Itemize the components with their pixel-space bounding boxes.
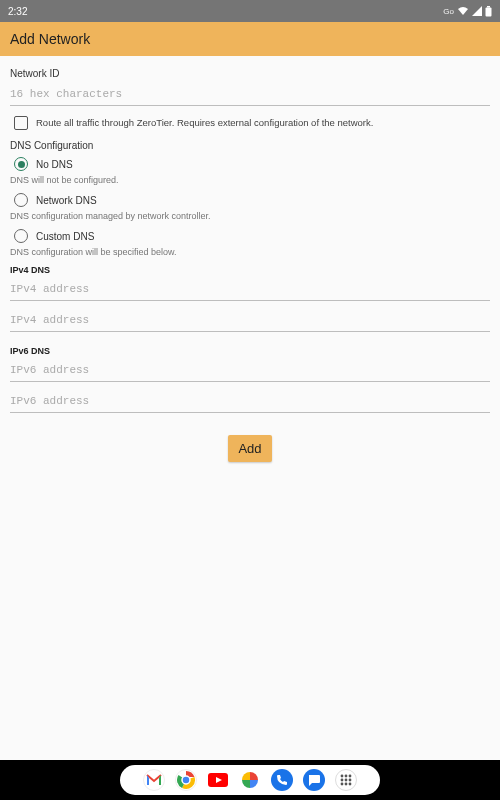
route-all-checkbox-row[interactable]: Route all traffic through ZeroTier. Requ…	[14, 116, 490, 130]
ipv4-input-2[interactable]	[10, 310, 490, 332]
svg-point-6	[341, 775, 344, 778]
dns-config-heading: DNS Configuration	[10, 140, 490, 151]
ipv4-heading: IPv4 DNS	[10, 265, 490, 275]
svg-point-13	[345, 783, 348, 786]
ipv4-input-1[interactable]	[10, 279, 490, 301]
photos-icon[interactable]	[239, 769, 261, 791]
ipv6-input-2[interactable]	[10, 391, 490, 413]
page-title: Add Network	[10, 31, 90, 47]
svg-rect-0	[487, 6, 490, 8]
network-id-input[interactable]	[10, 84, 490, 106]
hint-custom-dns: DNS configuration will be specified belo…	[10, 247, 490, 257]
radio-custom-dns[interactable]: Custom DNS	[14, 229, 490, 243]
svg-rect-1	[486, 7, 492, 16]
radio-icon-unchecked[interactable]	[14, 193, 28, 207]
youtube-icon[interactable]	[207, 769, 229, 791]
radio-custom-dns-label: Custom DNS	[36, 231, 94, 242]
svg-point-7	[345, 775, 348, 778]
battery-icon	[485, 6, 492, 17]
radio-no-dns-label: No DNS	[36, 159, 73, 170]
signal-icon	[472, 6, 482, 16]
radio-icon-checked[interactable]	[14, 157, 28, 171]
add-button-wrap: Add	[10, 435, 490, 462]
wifi-icon	[457, 6, 469, 16]
content: Network ID Route all traffic through Zer…	[0, 56, 500, 462]
dock-pill	[120, 765, 380, 795]
hint-no-dns: DNS will not be configured.	[10, 175, 490, 185]
svg-point-9	[341, 779, 344, 782]
nav-bar	[0, 760, 500, 800]
add-button[interactable]: Add	[228, 435, 271, 462]
hint-network-dns: DNS configuration managed by network con…	[10, 211, 490, 221]
svg-point-10	[345, 779, 348, 782]
status-bar: 2:32 Go	[0, 0, 500, 22]
gmail-icon[interactable]	[143, 769, 165, 791]
phone-icon[interactable]	[271, 769, 293, 791]
network-id-label: Network ID	[10, 68, 490, 79]
route-all-checkbox[interactable]	[14, 116, 28, 130]
app-bar: Add Network	[0, 22, 500, 56]
radio-icon-unchecked[interactable]	[14, 229, 28, 243]
svg-point-14	[349, 783, 352, 786]
svg-point-12	[341, 783, 344, 786]
status-time: 2:32	[8, 6, 27, 17]
ipv6-heading: IPv6 DNS	[10, 346, 490, 356]
ipv6-input-1[interactable]	[10, 360, 490, 382]
chrome-icon[interactable]	[175, 769, 197, 791]
radio-network-dns-label: Network DNS	[36, 195, 97, 206]
radio-no-dns[interactable]: No DNS	[14, 157, 490, 171]
route-all-label: Route all traffic through ZeroTier. Requ…	[36, 117, 373, 128]
svg-point-8	[349, 775, 352, 778]
messages-icon[interactable]	[303, 769, 325, 791]
radio-network-dns[interactable]: Network DNS	[14, 193, 490, 207]
apps-icon[interactable]	[335, 769, 357, 791]
status-badge: Go	[443, 7, 454, 16]
svg-point-11	[349, 779, 352, 782]
status-right: Go	[443, 6, 492, 17]
